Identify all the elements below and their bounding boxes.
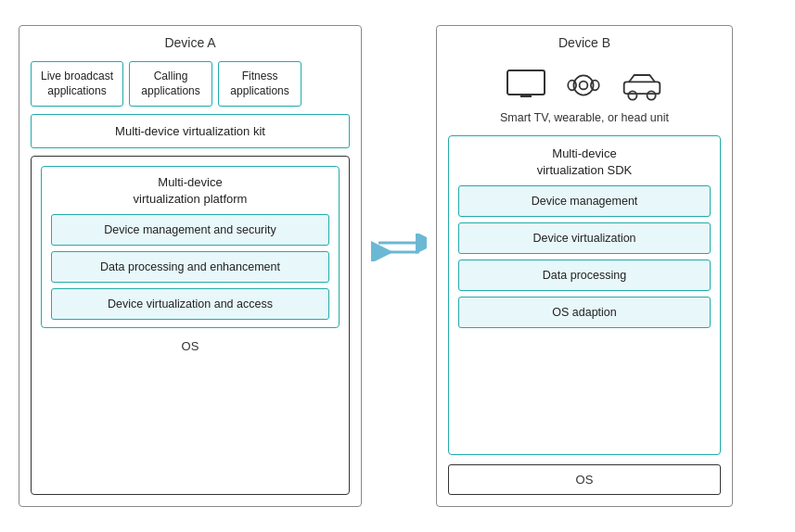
platform-item-3: Device virtualization and access	[51, 288, 329, 320]
platform-inner: Multi-devicevirtualization platform Devi…	[41, 166, 340, 328]
svg-point-8	[580, 82, 588, 90]
device-a-os: OS	[41, 334, 340, 355]
device-b-subtitle: Smart TV, wearable, or head unit	[448, 111, 721, 128]
device-b-icons	[448, 61, 721, 104]
device-b-title: Device B	[448, 35, 721, 54]
sdk-item-3: Data processing	[458, 260, 711, 291]
device-b-box: Device B Smart TV, wea	[436, 25, 733, 507]
sdk-title: Multi-devicevirtualization SDK	[458, 146, 711, 180]
platform-container: Multi-devicevirtualization platform Devi…	[31, 156, 350, 495]
platform-title: Multi-devicevirtualization platform	[51, 174, 329, 209]
svg-point-13	[648, 91, 656, 99]
svg-point-12	[628, 91, 636, 99]
device-a-box: Device A Live broadcastapplications Call…	[19, 25, 362, 507]
app-row: Live broadcastapplications Callingapplic…	[31, 61, 350, 107]
bidirectional-arrow-icon	[371, 234, 427, 261]
diagram-wrapper: Device A Live broadcastapplications Call…	[0, 0, 795, 532]
sdk-container: Multi-devicevirtualization SDK Device ma…	[448, 135, 721, 455]
app-box-live: Live broadcastapplications	[31, 61, 123, 107]
svg-point-9	[568, 81, 576, 91]
tv-icon	[506, 69, 546, 102]
device-b-os: OS	[448, 464, 721, 495]
kit-bar: Multi-device virtualization kit	[31, 114, 350, 148]
platform-item-2: Data processing and enhancement	[51, 251, 329, 283]
car-icon	[621, 69, 663, 102]
sdk-item-1: Device management	[458, 185, 711, 217]
sdk-item-4: OS adaption	[458, 297, 711, 328]
arrow-section	[371, 234, 427, 298]
platform-item-1: Device management and security	[51, 214, 329, 246]
device-a-title: Device A	[31, 35, 350, 54]
app-box-calling: Callingapplications	[129, 61, 212, 107]
svg-rect-4	[507, 70, 545, 95]
sdk-item-2: Device virtualization	[458, 222, 711, 254]
camera-icon	[563, 69, 604, 102]
app-box-fitness: Fitnessapplications	[218, 61, 301, 107]
svg-point-10	[591, 81, 599, 91]
